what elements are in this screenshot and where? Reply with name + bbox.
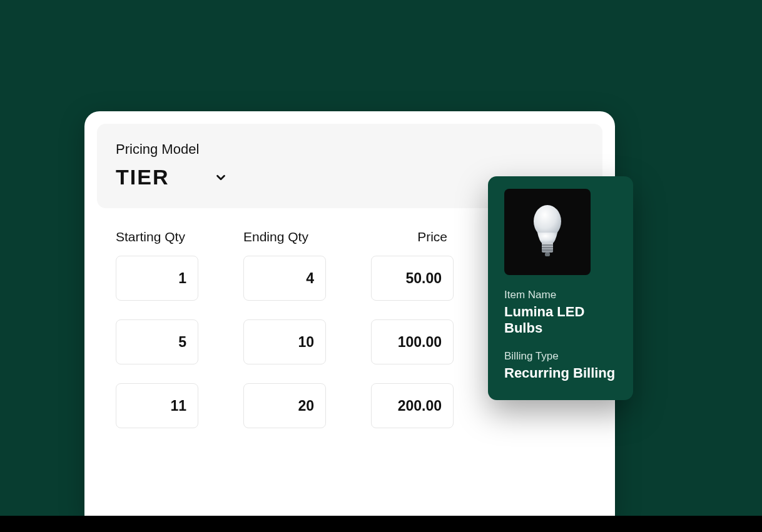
item-name-value: Lumina LED Bulbs: [504, 304, 617, 336]
tier-start-input[interactable]: [116, 256, 198, 301]
tier-end-input[interactable]: [243, 256, 326, 301]
chevron-down-icon: [214, 171, 228, 184]
item-image: [504, 189, 591, 275]
column-header-price: Price: [371, 229, 454, 244]
tier-end-input[interactable]: [243, 319, 326, 364]
column-header-start: Starting Qty: [116, 229, 198, 244]
pricing-model-label: Pricing Model: [116, 141, 584, 158]
tier-end-input[interactable]: [243, 383, 326, 428]
footer-bar: [0, 516, 762, 532]
tier-price-input[interactable]: [371, 383, 454, 428]
item-card: Item Name Lumina LED Bulbs Billing Type …: [488, 176, 633, 400]
column-header-end: Ending Qty: [243, 229, 326, 244]
tier-price-input[interactable]: [371, 319, 454, 364]
pricing-model-value: TIER: [116, 165, 169, 189]
tier-price-input[interactable]: [371, 256, 454, 301]
tier-start-input[interactable]: [116, 319, 198, 364]
item-name-label: Item Name: [504, 289, 617, 301]
lightbulb-icon: [530, 203, 565, 261]
tier-start-input[interactable]: [116, 383, 198, 428]
billing-type-label: Billing Type: [504, 350, 617, 363]
svg-rect-5: [545, 253, 550, 256]
billing-type-value: Recurring Billing: [504, 365, 617, 381]
